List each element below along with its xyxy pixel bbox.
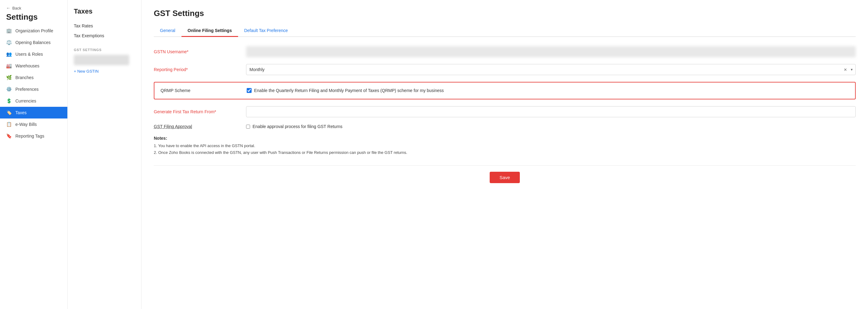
nav-icon-reporting-tags: 🔖 (6, 133, 12, 139)
gst-filing-label: GST Filing Approval (154, 124, 240, 129)
back-link[interactable]: ← Back (6, 5, 61, 10)
page-title: GST Settings (154, 9, 856, 18)
tabs-container: GeneralOnline Filing SettingsDefault Tax… (154, 25, 294, 36)
new-gstin-link[interactable]: + New GSTIN (74, 69, 135, 74)
notes-list: 1. You have to enable the API access in … (154, 142, 856, 156)
gst-filing-wrapper: Enable approval process for filing GST R… (246, 124, 856, 129)
generate-first-label: Generate First Tax Return From* (154, 109, 240, 114)
notes-section: Notes: 1. You have to enable the API acc… (154, 136, 856, 156)
sidebar-item-organization-profile[interactable]: 🏢 Organization Profile (0, 25, 67, 37)
settings-title: Settings (6, 12, 61, 22)
notes-title: Notes: (154, 136, 856, 141)
sidebar-item-reporting-tags[interactable]: 🔖 Reporting Tags (0, 130, 67, 142)
middle-nav-tax-rates[interactable]: Tax Rates (74, 21, 135, 31)
sidebar-item-eway-bills[interactable]: 📋 e-Way Bills (0, 118, 67, 130)
select-clear-icon[interactable]: ✕ (844, 67, 847, 72)
nav-icon-eway-bills: 📋 (6, 121, 12, 127)
note-item: 1. You have to enable the API access in … (154, 142, 856, 149)
reporting-period-label: Reporting Period* (154, 67, 240, 72)
middle-panel: Taxes Tax RatesTax Exemptions GST SETTIN… (68, 0, 142, 309)
nav-icon-taxes: 🏷️ (6, 110, 12, 115)
tab-default-tax[interactable]: Default Tax Preference (238, 25, 294, 37)
middle-title: Taxes (74, 7, 135, 16)
nav-icon-branches: 🌿 (6, 75, 12, 80)
gstn-username-input[interactable] (246, 46, 856, 57)
sidebar-item-preferences[interactable]: ⚙️ Preferences (0, 83, 67, 95)
nav-icon-organization-profile: 🏢 (6, 28, 12, 33)
nav-label-warehouses: Warehouses (16, 63, 39, 68)
nav-label-organization-profile: Organization Profile (16, 28, 53, 33)
reporting-period-select[interactable]: Monthly Quarterly (246, 64, 856, 75)
nav-label-eway-bills: e-Way Bills (16, 122, 37, 127)
qrmp-right: Enable the Quarterly Return Filing and M… (247, 87, 849, 94)
nav-label-users-roles: Users & Roles (16, 52, 43, 57)
sidebar: ← Back Settings 🏢 Organization Profile ⚖… (0, 0, 68, 309)
back-arrow-icon: ← (6, 5, 10, 10)
nav-icon-warehouses: 🏭 (6, 63, 12, 68)
qrmp-checkbox[interactable] (247, 88, 252, 93)
reporting-period-row: Reporting Period* Monthly Quarterly ✕ ▾ (154, 64, 856, 75)
sidebar-item-opening-balances[interactable]: ⚖️ Opening Balances (0, 37, 67, 48)
sidebar-item-branches[interactable]: 🌿 Branches (0, 72, 67, 83)
form-divider (154, 165, 856, 166)
middle-nav: Tax RatesTax Exemptions (74, 21, 135, 40)
gst-filing-text: Enable approval process for filing GST R… (252, 124, 342, 129)
gst-filing-checkbox[interactable] (246, 125, 250, 129)
reporting-period-wrapper: Monthly Quarterly ✕ ▾ (246, 64, 856, 75)
gstn-username-row: GSTN Username* (154, 46, 856, 57)
gstn-username-label: GSTN Username* (154, 49, 240, 54)
gstin-blurred-item (74, 55, 129, 65)
sidebar-nav: 🏢 Organization Profile ⚖️ Opening Balanc… (0, 25, 67, 142)
note-item: 2. Once Zoho Books is connected with the… (154, 149, 856, 156)
generate-first-input[interactable]: Jan 2018 (246, 106, 856, 117)
nav-icon-users-roles: 👥 (6, 51, 12, 57)
nav-label-reporting-tags: Reporting Tags (16, 134, 44, 139)
nav-label-branches: Branches (16, 75, 33, 80)
sidebar-item-taxes[interactable]: 🏷️ Taxes (0, 107, 67, 118)
main-content: GST Settings GeneralOnline Filing Settin… (142, 0, 868, 309)
nav-label-opening-balances: Opening Balances (16, 40, 51, 45)
middle-nav-tax-exemptions[interactable]: Tax Exemptions (74, 31, 135, 40)
gst-form: GSTN Username* Reporting Period* Monthly… (154, 46, 856, 183)
tabs: GeneralOnline Filing SettingsDefault Tax… (154, 25, 856, 37)
sidebar-item-users-roles[interactable]: 👥 Users & Roles (0, 48, 67, 60)
nav-icon-opening-balances: ⚖️ (6, 40, 12, 45)
nav-icon-preferences: ⚙️ (6, 86, 12, 92)
qrmp-label: QRMP Scheme (160, 87, 241, 93)
sidebar-item-warehouses[interactable]: 🏭 Warehouses (0, 60, 67, 72)
tab-general[interactable]: General (154, 25, 182, 37)
gst-filing-row: GST Filing Approval Enable approval proc… (154, 124, 856, 129)
gst-settings-label: GST SETTINGS (74, 48, 135, 52)
nav-icon-currencies: 💲 (6, 98, 12, 104)
back-label: Back (12, 6, 21, 10)
sidebar-header: ← Back Settings (0, 0, 67, 25)
nav-label-taxes: Taxes (16, 110, 27, 115)
save-button[interactable]: Save (490, 172, 520, 183)
qrmp-text: Enable the Quarterly Return Filing and M… (254, 87, 444, 94)
nav-label-preferences: Preferences (16, 87, 38, 92)
nav-label-currencies: Currencies (16, 99, 36, 104)
generate-first-row: Generate First Tax Return From* Jan 2018 (154, 106, 856, 117)
sidebar-item-currencies[interactable]: 💲 Currencies (0, 95, 67, 107)
tab-online-filing[interactable]: Online Filing Settings (182, 25, 238, 37)
qrmp-scheme-box: QRMP Scheme Enable the Quarterly Return … (154, 82, 856, 100)
